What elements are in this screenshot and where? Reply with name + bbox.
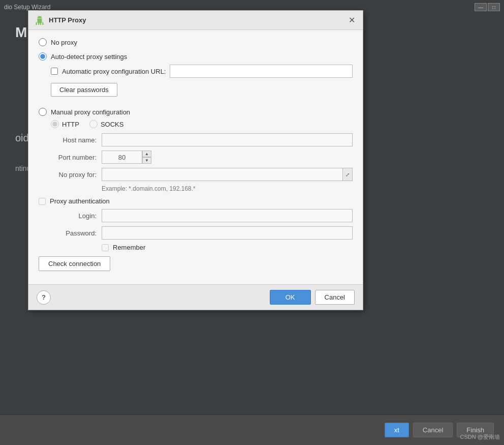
auto-detect-radio[interactable] — [39, 52, 47, 61]
no-proxy-option[interactable]: No proxy — [39, 38, 353, 46]
password-row: Password: — [51, 226, 353, 240]
no-proxy-for-row: No proxy for: ⤢ — [51, 168, 353, 181]
login-label: Login: — [51, 212, 102, 220]
maximize-button[interactable]: □ — [488, 3, 500, 11]
remember-checkbox[interactable] — [102, 244, 109, 251]
dialog-bottom-bar: ? OK Cancel — [28, 284, 363, 310]
example-text: Example: *.domain.com, 192.168.* — [102, 185, 353, 192]
auto-detect-label[interactable]: Auto-detect proxy settings — [39, 52, 353, 61]
proxy-auth-label: Proxy authentication — [50, 197, 110, 205]
dialog-action-buttons: OK Cancel — [270, 290, 355, 305]
socks-protocol-radio[interactable] — [89, 120, 98, 128]
dialog-title-left: HTTP Proxy — [35, 15, 86, 25]
help-button[interactable]: ? — [37, 290, 51, 305]
dialog-body: No proxy Auto-detect proxy settings Auto… — [28, 30, 363, 284]
port-increment-button[interactable]: ▲ — [142, 151, 151, 157]
remember-label: Remember — [113, 244, 145, 251]
http-protocol-text: HTTP — [62, 121, 79, 128]
port-number-label: Port number: — [51, 154, 102, 161]
port-decrement-button[interactable]: ▼ — [142, 157, 151, 164]
auto-detect-text: Auto-detect proxy settings — [51, 53, 127, 61]
http-protocol-radio[interactable] — [51, 120, 59, 128]
socks-protocol-option[interactable]: SOCKS — [89, 120, 124, 128]
bg-bottom-bar: xt Cancel Finish — [0, 414, 504, 445]
password-input[interactable] — [102, 226, 353, 240]
dialog-close-button[interactable]: ✕ — [346, 15, 357, 25]
proxy-auth-section: Proxy authentication Login: Password: Re… — [39, 197, 353, 251]
android-icon — [35, 15, 45, 25]
no-proxy-radio[interactable] — [39, 38, 47, 46]
port-number-input[interactable]: 80 — [102, 151, 142, 164]
host-name-row: Host name: — [51, 133, 353, 146]
no-proxy-for-input[interactable] — [102, 168, 343, 181]
host-name-label: Host name: — [51, 136, 102, 144]
cancel-button[interactable]: Cancel — [315, 290, 355, 305]
manual-proxy-section: Manual proxy configuration HTTP SOCKS Ho… — [39, 108, 353, 251]
remember-row: Remember — [102, 244, 353, 251]
no-proxy-for-label: No proxy for: — [51, 171, 102, 179]
bg-cancel-button[interactable]: Cancel — [413, 423, 453, 437]
auto-detect-option[interactable]: Auto-detect proxy settings Automatic pro… — [39, 52, 353, 102]
auto-config-label: Automatic proxy configuration URL: — [62, 68, 166, 75]
bg-title: dio Setup Wizard — [4, 4, 50, 11]
dialog-title-text: HTTP Proxy — [49, 16, 86, 24]
no-proxy-label[interactable]: No proxy — [39, 38, 353, 46]
port-number-row: Port number: 80 ▲ ▼ — [51, 151, 353, 164]
auto-config-url-row: Automatic proxy configuration URL: — [51, 65, 353, 78]
protocol-radio-group: HTTP SOCKS — [51, 120, 353, 128]
watermark: CSDN @爱南墙 — [460, 433, 500, 441]
minimize-button[interactable]: — — [475, 3, 487, 11]
no-proxy-for-wrapper: ⤢ — [102, 168, 353, 181]
host-name-input[interactable] — [102, 133, 353, 146]
bg-title-buttons: — □ — [475, 3, 500, 11]
proxy-auth-checkbox-row: Proxy authentication — [39, 197, 353, 205]
ok-button[interactable]: OK — [270, 290, 311, 305]
auto-detect-section: Automatic proxy configuration URL: Clear… — [51, 65, 353, 102]
port-input-wrapper: 80 ▲ ▼ — [102, 151, 151, 164]
password-label: Password: — [51, 229, 102, 237]
manual-proxy-label[interactable]: Manual proxy configuration — [39, 108, 353, 116]
http-protocol-option[interactable]: HTTP — [51, 120, 79, 128]
socks-protocol-text: SOCKS — [101, 121, 124, 128]
dialog-titlebar: HTTP Proxy ✕ — [28, 11, 363, 30]
clear-passwords-button[interactable]: Clear passwords — [51, 83, 117, 97]
auto-config-checkbox[interactable] — [51, 68, 58, 75]
http-proxy-dialog: HTTP Proxy ✕ No proxy Auto-detect proxy … — [28, 10, 363, 310]
proxy-auth-checkbox[interactable] — [39, 198, 46, 205]
login-input[interactable] — [102, 209, 353, 222]
port-spinner: ▲ ▼ — [142, 151, 151, 164]
manual-proxy-radio[interactable] — [39, 108, 47, 116]
no-proxy-text: No proxy — [51, 39, 77, 46]
check-connection-button[interactable]: Check connection — [39, 256, 110, 271]
next-button[interactable]: xt — [385, 423, 409, 437]
no-proxy-expand-button[interactable]: ⤢ — [342, 168, 353, 181]
auto-config-url-input[interactable] — [170, 65, 353, 78]
manual-proxy-text: Manual proxy configuration — [51, 108, 130, 116]
login-row: Login: — [51, 209, 353, 222]
